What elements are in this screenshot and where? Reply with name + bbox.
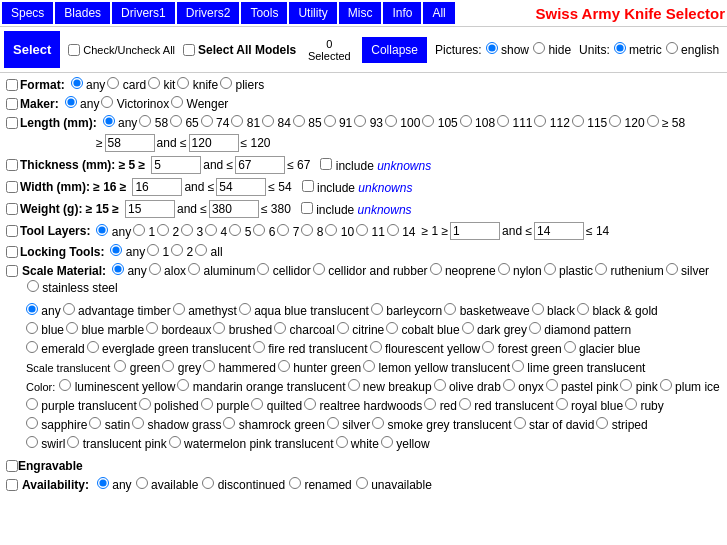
thickness-unknowns-checkbox[interactable] <box>320 158 332 170</box>
length-ge58[interactable]: ≥ 58 <box>647 115 686 130</box>
length-any[interactable]: any <box>103 115 138 130</box>
sc-swirl[interactable]: swirl <box>26 436 65 451</box>
sc-hammered[interactable]: hammered <box>203 360 276 375</box>
sc-sapphire[interactable]: sapphire <box>26 417 87 432</box>
length-91[interactable]: 91 <box>324 115 353 130</box>
sc-purple[interactable]: purple <box>201 398 250 413</box>
sc-satin[interactable]: satin <box>89 417 130 432</box>
length-105[interactable]: 105 <box>422 115 457 130</box>
sc-watermelon-pink[interactable]: watermelon pink translucent <box>169 436 334 451</box>
sm-ruthenium[interactable]: ruthenium <box>595 263 664 278</box>
tl-6[interactable]: 6 <box>253 224 275 239</box>
length-84[interactable]: 84 <box>262 115 291 130</box>
sc-red[interactable]: red <box>424 398 457 413</box>
weight-unknowns-checkbox[interactable] <box>301 202 313 214</box>
format-card[interactable]: card <box>107 77 146 92</box>
sc-any[interactable]: any <box>26 303 61 318</box>
scale-material-checkbox[interactable] <box>6 265 18 277</box>
sc-striped[interactable]: striped <box>596 417 647 432</box>
tab-utility[interactable]: Utility <box>289 2 336 24</box>
maker-checkbox[interactable] <box>6 98 18 110</box>
sm-plastic[interactable]: plastic <box>544 263 593 278</box>
sc-charcoal[interactable]: charcoal <box>274 322 335 337</box>
thickness-unknowns-label[interactable]: include unknowns <box>320 158 431 173</box>
length-81[interactable]: 81 <box>231 115 260 130</box>
tl-8[interactable]: 8 <box>301 224 323 239</box>
avail-any[interactable]: any <box>97 477 132 492</box>
lt-any[interactable]: any <box>110 244 145 259</box>
locking-tools-checkbox[interactable] <box>6 246 18 258</box>
sc-advantage-timber[interactable]: advantage timber <box>63 303 171 318</box>
select-button[interactable]: Select <box>4 31 60 68</box>
sc-hunter-green[interactable]: hunter green <box>278 360 361 375</box>
format-checkbox[interactable] <box>6 79 18 91</box>
tab-info[interactable]: Info <box>383 2 421 24</box>
tab-tools[interactable]: Tools <box>241 2 287 24</box>
english-radio[interactable] <box>666 42 678 54</box>
sm-any[interactable]: any <box>112 263 147 278</box>
length-93[interactable]: 93 <box>354 115 383 130</box>
sc-emerald[interactable]: emerald <box>26 341 85 356</box>
sc-yellow[interactable]: yellow <box>381 436 430 451</box>
sc-black-gold[interactable]: black & gold <box>577 303 658 318</box>
weight-unknowns-label[interactable]: include unknowns <box>301 202 412 217</box>
tl-any[interactable]: any <box>96 224 131 239</box>
select-all-models-checkbox[interactable] <box>183 44 195 56</box>
sc-ruby[interactable]: ruby <box>625 398 664 413</box>
sm-neoprene[interactable]: neoprene <box>430 263 496 278</box>
length-112[interactable]: 112 <box>534 115 569 130</box>
lt-all[interactable]: all <box>195 244 222 259</box>
sc-black[interactable]: black <box>532 303 575 318</box>
tl-min-input[interactable] <box>450 222 500 240</box>
length-max-input[interactable] <box>189 134 239 152</box>
tl-10[interactable]: 10 <box>325 224 354 239</box>
tl-1[interactable]: 1 <box>133 224 155 239</box>
sc-silver[interactable]: silver <box>327 417 370 432</box>
length-checkbox[interactable] <box>6 117 18 129</box>
show-radio[interactable] <box>486 42 498 54</box>
availability-checkbox[interactable] <box>6 479 18 491</box>
metric-radio-label[interactable]: metric <box>614 42 662 57</box>
sc-pink[interactable]: pink <box>620 379 657 394</box>
hide-radio-label[interactable]: hide <box>533 42 571 57</box>
sc-green[interactable]: green <box>114 360 160 375</box>
sc-cobalt-blue[interactable]: cobalt blue <box>386 322 459 337</box>
sm-silver[interactable]: silver <box>666 263 709 278</box>
sc-grey[interactable]: grey <box>162 360 201 375</box>
thickness-min-input[interactable] <box>151 156 201 174</box>
tab-specs[interactable]: Specs <box>2 2 53 24</box>
check-uncheck-all-label[interactable]: Check/Uncheck All <box>68 44 175 56</box>
length-100[interactable]: 100 <box>385 115 420 130</box>
sc-flourescent-yellow[interactable]: flourescent yellow <box>370 341 481 356</box>
tab-drivers1[interactable]: Drivers1 <box>112 2 175 24</box>
avail-unavailable[interactable]: unavailable <box>356 477 432 492</box>
tab-blades[interactable]: Blades <box>55 2 110 24</box>
width-checkbox[interactable] <box>6 181 18 193</box>
tab-all[interactable]: All <box>423 2 454 24</box>
hide-radio[interactable] <box>533 42 545 54</box>
sc-dark-grey[interactable]: dark grey <box>462 322 527 337</box>
sc-olive-drab[interactable]: olive drab <box>434 379 501 394</box>
sc-bordeaux[interactable]: bordeaux <box>146 322 211 337</box>
avail-discontinued[interactable]: discontinued <box>202 477 285 492</box>
sc-mandarin-orange[interactable]: mandarin orange translucent <box>177 379 345 394</box>
sc-lime-green[interactable]: lime green translucent <box>512 360 645 375</box>
sc-polished[interactable]: polished <box>139 398 199 413</box>
sc-aqua-blue[interactable]: aqua blue translucent <box>239 303 369 318</box>
sc-blue-marble[interactable]: blue marble <box>66 322 144 337</box>
check-uncheck-all-checkbox[interactable] <box>68 44 80 56</box>
sc-basketweave[interactable]: basketweave <box>444 303 529 318</box>
sc-shadow-grass[interactable]: shadow grass <box>132 417 221 432</box>
maker-wenger[interactable]: Wenger <box>171 96 228 111</box>
tl-max-input[interactable] <box>534 222 584 240</box>
lt-1[interactable]: 1 <box>147 244 169 259</box>
maker-any[interactable]: any <box>65 96 100 111</box>
sc-pastel-pink[interactable]: pastel pink <box>546 379 619 394</box>
width-max-input[interactable] <box>216 178 266 196</box>
tl-11[interactable]: 11 <box>356 224 385 239</box>
format-knife[interactable]: knife <box>177 77 218 92</box>
weight-max-input[interactable] <box>209 200 259 218</box>
sm-nylon[interactable]: nylon <box>498 263 542 278</box>
width-unknowns-label[interactable]: include unknowns <box>302 180 413 195</box>
format-pliers[interactable]: pliers <box>220 77 264 92</box>
